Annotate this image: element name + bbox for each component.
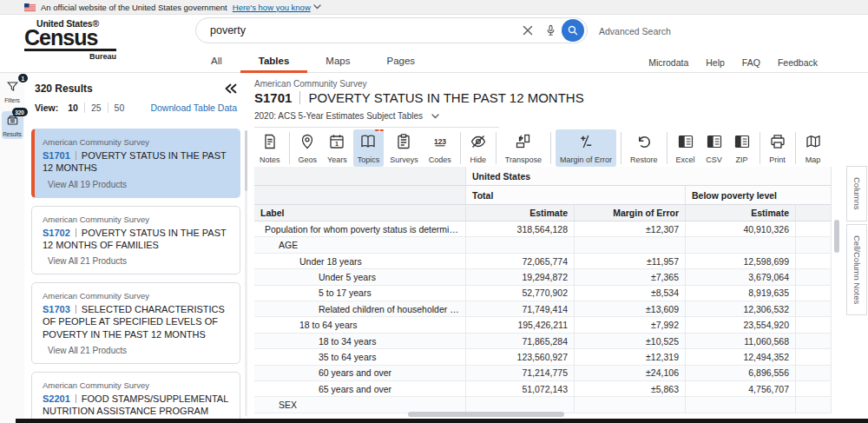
tab-maps[interactable]: Maps (307, 51, 368, 73)
moe-cell[interactable]: ±7,992 (575, 317, 686, 332)
card-table-id[interactable]: S1703 (43, 304, 70, 314)
moe-cell[interactable]: ±24,106 (575, 366, 686, 380)
result-card-s1702[interactable]: American Community Survey S1702POVERTY S… (31, 206, 240, 275)
toolbar-button-transpose[interactable]: Transpose (501, 129, 546, 167)
estimate-cell[interactable]: 52,770,902 (466, 286, 575, 301)
table-row[interactable]: 65 years and over 51,072,143 ±5,863 4,75… (254, 381, 832, 397)
below-estimate-cell[interactable]: 12,598,699 (686, 254, 796, 268)
tab-tables[interactable]: Tables (240, 51, 308, 73)
utility-link-faq[interactable]: FAQ (742, 57, 760, 68)
group-header-total[interactable]: Total (466, 186, 686, 204)
tab-pages[interactable]: Pages (368, 51, 433, 73)
estimate-cell[interactable]: 51,072,143 (466, 381, 575, 396)
table-row[interactable]: Under 18 years 72,065,774 ±11,957 12,598… (254, 254, 832, 269)
toolbar-button-geos[interactable]: Geos (294, 129, 322, 167)
moe-cell[interactable]: ±13,609 (575, 301, 686, 316)
toolbar-button-excel[interactable]: XExcel (672, 129, 700, 167)
table-row[interactable]: 35 to 64 years 123,560,927 ±12,319 12,49… (254, 349, 832, 365)
mic-icon[interactable] (539, 19, 562, 42)
side-tab-cell-column-notes[interactable]: Cell/Column Notes (846, 224, 867, 315)
estimate-cell[interactable] (466, 397, 575, 412)
below-estimate-cell[interactable]: 40,910,326 (686, 221, 796, 236)
card-table-id[interactable]: S2201 (43, 393, 70, 404)
below-estimate-cell[interactable]: 3,679,064 (686, 269, 796, 284)
view-option-25[interactable]: 25 (84, 102, 108, 113)
horizontal-scrollbar-thumb[interactable] (408, 412, 564, 417)
estimate-cell[interactable]: 72,065,774 (466, 254, 575, 268)
table-row[interactable]: Related children of householder under 18… (254, 301, 832, 317)
moe-cell[interactable]: ±12,319 (575, 349, 686, 364)
how-you-know-link[interactable]: Here's how you know (233, 3, 321, 12)
side-tab-columns[interactable]: Columns (846, 166, 867, 221)
estimate-cell[interactable]: 71,865,284 (466, 334, 575, 348)
download-table-data-link[interactable]: Download Table Data (150, 102, 237, 113)
estimate-cell[interactable]: 123,560,927 (466, 349, 575, 364)
view-option-50[interactable]: 50 (108, 102, 131, 113)
estimate-cell[interactable]: 71,749,414 (466, 301, 575, 316)
moe-cell[interactable]: ±5,863 (575, 381, 686, 396)
below-estimate-cell[interactable]: 8,919,635 (686, 286, 796, 301)
utility-link-feedback[interactable]: Feedback (778, 57, 818, 68)
toolbar-button-topics[interactable]: 1Topics (353, 129, 385, 167)
table-row[interactable]: Population for whom poverty status is de… (254, 221, 832, 237)
toolbar-button-hide[interactable]: Hide (465, 129, 491, 167)
census-logo[interactable]: United States® Census Bureau (24, 18, 127, 61)
rail-item-filters[interactable]: 1Filters (2, 77, 23, 105)
card-table-id[interactable]: S1701 (43, 150, 70, 161)
view-all-products-link[interactable]: View All 21 Products (43, 256, 229, 266)
column-header-below-estimate[interactable]: Estimate (686, 205, 796, 221)
search-button[interactable] (562, 19, 584, 42)
moe-cell[interactable]: ±10,525 (575, 334, 686, 348)
below-estimate-cell[interactable] (686, 237, 796, 252)
toolbar-button-restore[interactable]: Restore (626, 129, 662, 167)
toolbar-button-notes[interactable]: Notes (255, 129, 285, 167)
toolbar-button-surveys[interactable]: Surveys (385, 129, 423, 167)
below-estimate-cell[interactable] (686, 397, 796, 412)
column-header-estimate[interactable]: Estimate (466, 205, 575, 221)
column-header-moe[interactable]: Margin of Error (575, 205, 686, 221)
toolbar-button-margin-of-error[interactable]: Margin of Error (556, 129, 616, 167)
estimate-cell[interactable]: 71,214,775 (466, 366, 575, 380)
vintage-selector[interactable]: 2020: ACS 5-Year Estimates Subject Table… (254, 111, 499, 128)
below-estimate-cell[interactable]: 23,554,920 (686, 317, 796, 332)
utility-link-help[interactable]: Help (706, 57, 725, 68)
below-estimate-cell[interactable]: 11,060,568 (686, 334, 796, 348)
utility-link-microdata[interactable]: Microdata (648, 57, 688, 68)
collapse-sidebar-icon[interactable] (225, 83, 237, 94)
rail-item-results[interactable]: 320Results (2, 111, 23, 139)
table-row[interactable]: Under 5 years 19,294,872 ±7,365 3,679,06… (254, 269, 832, 285)
table-row[interactable]: 60 years and over 71,214,775 ±24,106 6,8… (254, 366, 832, 381)
card-table-id[interactable]: S1702 (43, 228, 70, 238)
view-all-products-link[interactable]: View All 21 Products (43, 346, 229, 355)
below-estimate-cell[interactable]: 12,494,352 (686, 349, 796, 364)
table-row[interactable]: AGE (254, 237, 832, 253)
estimate-cell[interactable]: 19,294,872 (466, 269, 575, 284)
moe-cell[interactable]: ±7,365 (575, 269, 686, 284)
toolbar-button-print[interactable]: Print (765, 129, 791, 167)
column-header-label[interactable]: Label (254, 205, 466, 221)
moe-cell[interactable] (575, 237, 686, 252)
table-row[interactable]: 18 to 34 years 71,865,284 ±10,525 11,060… (254, 334, 832, 349)
below-estimate-cell[interactable]: 6,896,556 (686, 366, 796, 380)
vertical-scrollbar-thumb[interactable] (834, 220, 839, 253)
result-card-s1701[interactable]: American Community Survey S1701POVERTY S… (31, 129, 240, 198)
group-header-below-poverty[interactable]: Below poverty level (686, 186, 832, 204)
table-row[interactable]: 5 to 17 years 52,770,902 ±8,534 8,919,63… (254, 286, 832, 301)
advanced-search-link[interactable]: Advanced Search (599, 26, 671, 36)
toolbar-button-codes[interactable]: 123Codes (424, 129, 456, 167)
geo-header[interactable]: United States (466, 167, 832, 185)
below-estimate-cell[interactable]: 12,306,532 (686, 301, 796, 316)
result-card-s2201[interactable]: American Community Survey S2201FOOD STAM… (31, 372, 240, 423)
moe-cell[interactable] (575, 397, 686, 412)
sidebar-scrollbar-thumb[interactable] (245, 130, 247, 191)
toolbar-button-csv[interactable]: CSV (701, 129, 727, 167)
tab-all[interactable]: All (193, 51, 240, 73)
view-option-10[interactable]: 10 (62, 102, 84, 113)
result-card-s1703[interactable]: American Community Survey S1703SELECTED … (31, 282, 240, 364)
search-box[interactable]: poverty (195, 17, 588, 43)
moe-cell[interactable]: ±12,307 (575, 221, 686, 236)
below-estimate-cell[interactable]: 4,756,707 (686, 381, 796, 396)
moe-cell[interactable]: ±11,957 (575, 254, 686, 268)
toolbar-button-zip[interactable]: ZIP (729, 129, 755, 167)
view-all-products-link[interactable]: View All 19 Products (43, 180, 229, 189)
